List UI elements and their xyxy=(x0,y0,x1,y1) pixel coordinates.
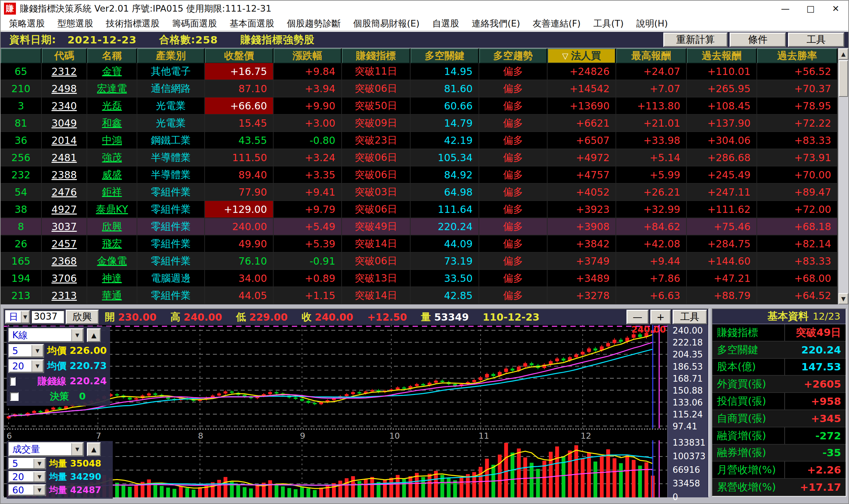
table-row[interactable]: 652312金寶其他電子+16.75+9.84突破11日14.95偏多+2482… xyxy=(1,63,838,80)
scroll-thumb[interactable] xyxy=(839,60,848,97)
cell-stock-code[interactable]: 2312 xyxy=(42,63,87,80)
column-header-6[interactable]: 賺錢指標 xyxy=(342,49,410,63)
table-row[interactable]: 83037欣興零組件業240.00+5.49突破49日220.24偏多+3908… xyxy=(1,218,838,235)
profit-line-checkbox[interactable] xyxy=(10,377,16,385)
cell-stock-code[interactable]: 2481 xyxy=(42,149,87,166)
cell-stock-code[interactable]: 2368 xyxy=(42,253,87,270)
table-row[interactable]: 542476鉅祥零組件業77.90+9.41突破03日64.98偏多+4052+… xyxy=(1,184,838,201)
chevron-down-icon[interactable]: ▼ xyxy=(32,360,43,372)
stock-code-input[interactable]: 3037 xyxy=(31,310,64,324)
menu-item-2[interactable]: 技術指標選股 xyxy=(100,18,166,30)
cell-stock-name[interactable]: 威盛 xyxy=(87,166,137,184)
cell-stock-code[interactable]: 3706 xyxy=(42,270,87,287)
menu-item-3[interactable]: 籌碼面選股 xyxy=(166,18,223,30)
table-row[interactable]: 384927泰鼎KY零組件業+129.00+9.79突破06日111.64偏多+… xyxy=(1,201,838,218)
toolbar-button-0[interactable]: 重新計算 xyxy=(663,33,728,47)
cell-stock-name[interactable]: 欣興 xyxy=(87,218,137,235)
scroll-down-button[interactable]: ▼ xyxy=(838,293,848,304)
cell-stock-code[interactable]: 4927 xyxy=(42,201,87,218)
table-row[interactable]: 362014中鴻鋼鐵工業43.55-0.80突破23日42.19偏多+6507+… xyxy=(1,132,838,149)
menu-item-8[interactable]: 連絡我們(E) xyxy=(465,18,526,30)
cell-stock-name[interactable]: 華通 xyxy=(87,287,137,304)
cell-stock-name[interactable]: 金寶 xyxy=(87,63,137,80)
chart-type-select[interactable]: K線 ▼ xyxy=(8,328,84,342)
ma1-period-select[interactable]: 5 ▼ xyxy=(8,344,44,357)
cell-stock-code[interactable]: 2014 xyxy=(42,132,87,149)
cell-stock-name[interactable]: 光磊 xyxy=(87,97,137,115)
table-row[interactable]: 2562481強茂半導體業111.50+3.24突破06日105.34偏多+49… xyxy=(1,149,838,166)
chevron-down-icon[interactable]: ▼ xyxy=(34,472,45,482)
column-header-8[interactable]: 多空趨勢 xyxy=(479,49,547,63)
indicator-select[interactable]: 成交量 ▼ xyxy=(8,442,84,456)
cell-stock-name[interactable]: 強茂 xyxy=(87,149,137,166)
ma2-period-select[interactable]: 20 ▼ xyxy=(8,359,44,373)
table-row[interactable]: 2322388威盛半導體業89.40+3.35突破06日84.92偏多+4757… xyxy=(1,166,838,184)
column-header-10[interactable]: 最高報酬 xyxy=(616,49,686,63)
cell-stock-name[interactable]: 和鑫 xyxy=(87,115,137,132)
menu-item-4[interactable]: 基本面選股 xyxy=(223,18,281,30)
cell-stock-code[interactable]: 2313 xyxy=(42,287,87,304)
table-row[interactable]: 2102498宏達電通信網路87.10+3.94突破06日81.60偏多+145… xyxy=(1,80,838,97)
chevron-down-icon[interactable]: ▼ xyxy=(71,329,83,341)
cell-stock-code[interactable]: 3037 xyxy=(42,218,87,235)
cell-stock-code[interactable]: 3049 xyxy=(42,115,87,132)
chevron-down-icon[interactable]: ▼ xyxy=(71,443,83,455)
period-select[interactable]: 日 ▼ xyxy=(5,310,30,324)
vma2-period-select[interactable]: 20 ▼ xyxy=(8,471,46,483)
table-row[interactable]: 2132313華通零組件業44.05+1.15突破14日42.85偏多+3278… xyxy=(1,287,838,304)
toolbar-button-1[interactable]: 條件 xyxy=(729,33,786,47)
decision-checkbox[interactable] xyxy=(10,392,19,401)
table-row[interactable]: 32340光磊光電業+66.60+9.90突破50日60.66偏多+13690+… xyxy=(1,97,838,115)
vma3-period-select[interactable]: 60 ▼ xyxy=(8,484,46,496)
minimize-button[interactable]: — xyxy=(773,1,798,17)
zoom-out-button[interactable]: — xyxy=(627,310,649,324)
cell-stock-name[interactable]: 中鴻 xyxy=(87,132,137,149)
chevron-down-icon[interactable]: ▼ xyxy=(32,345,43,357)
scroll-up-button[interactable]: ▲ xyxy=(838,49,848,60)
collapse-volume-pane-button[interactable]: ▲ xyxy=(87,442,101,456)
menu-item-11[interactable]: 說明(H) xyxy=(630,18,674,30)
table-row[interactable]: 1652368金像電零組件業76.10-0.91突破06日73.19偏多+374… xyxy=(1,253,838,270)
cell-stock-code[interactable]: 2457 xyxy=(42,235,87,253)
menu-item-0[interactable]: 策略選股 xyxy=(3,18,51,30)
vma1-period-select[interactable]: 5 ▼ xyxy=(8,458,46,469)
cell-stock-name[interactable]: 金像電 xyxy=(87,253,137,270)
table-row[interactable]: 813049和鑫光電業15.45+3.00突破09日14.79偏多+6621+2… xyxy=(1,115,838,132)
cell-stock-code[interactable]: 2498 xyxy=(42,80,87,97)
chevron-down-icon[interactable]: ▼ xyxy=(34,459,45,468)
cell-stock-code[interactable]: 2388 xyxy=(42,166,87,184)
menu-item-10[interactable]: 工具(T) xyxy=(587,18,630,30)
price-chart-canvas[interactable]: 240.00 K線 ▼ ▲ xyxy=(4,325,667,428)
column-header-12[interactable]: 過去勝率 xyxy=(757,49,837,63)
column-header-1[interactable]: 代碼 xyxy=(42,49,87,63)
column-header-3[interactable]: 產業別 xyxy=(137,49,204,63)
column-header-7[interactable]: 多空關鍵 xyxy=(411,49,478,63)
zoom-in-button[interactable]: + xyxy=(650,310,671,324)
maximize-button[interactable]: □ xyxy=(798,1,823,17)
menu-item-7[interactable]: 自選股 xyxy=(426,18,465,30)
chart-tools-button[interactable]: 工具 xyxy=(672,310,707,324)
cell-stock-name[interactable]: 宏達電 xyxy=(87,80,137,97)
chevron-down-icon[interactable]: ▼ xyxy=(21,311,29,323)
menu-item-1[interactable]: 型態選股 xyxy=(51,18,100,30)
table-row[interactable]: 262457飛宏零組件業49.90+5.39突破14日44.09偏多+3842+… xyxy=(1,235,838,253)
toolbar-button-2[interactable]: 工具 xyxy=(788,33,844,47)
cell-stock-code[interactable]: 2340 xyxy=(42,97,87,115)
cell-stock-code[interactable]: 2476 xyxy=(42,184,87,201)
collapse-pane-button[interactable]: ▲ xyxy=(87,328,101,342)
cell-stock-name[interactable]: 飛宏 xyxy=(87,235,137,253)
volume-chart-canvas[interactable]: 成交量 ▼ ▲ 5 ▼ 均量 35048 xyxy=(4,440,667,497)
chevron-down-icon[interactable]: ▼ xyxy=(34,485,45,495)
close-button[interactable]: ✕ xyxy=(823,1,848,17)
column-header-11[interactable]: 過去報酬 xyxy=(687,49,757,63)
cell-stock-name[interactable]: 鉅祥 xyxy=(87,184,137,201)
table-row[interactable]: 1943706神達電腦週邊34.00+0.89突破13日33.50偏多+3489… xyxy=(1,270,838,287)
table-scrollbar[interactable]: ▲ ▼ xyxy=(838,49,848,304)
column-header-5[interactable]: 漲跌幅 xyxy=(274,49,341,63)
menu-item-9[interactable]: 友善連結(F) xyxy=(526,18,587,30)
column-header-2[interactable]: 名稱 xyxy=(87,49,137,63)
column-header-4[interactable]: 收盤價 xyxy=(205,49,273,63)
cell-stock-name[interactable]: 神達 xyxy=(87,270,137,287)
cell-stock-name[interactable]: 泰鼎KY xyxy=(87,201,137,218)
filter-icon[interactable]: ▽ xyxy=(562,51,568,61)
